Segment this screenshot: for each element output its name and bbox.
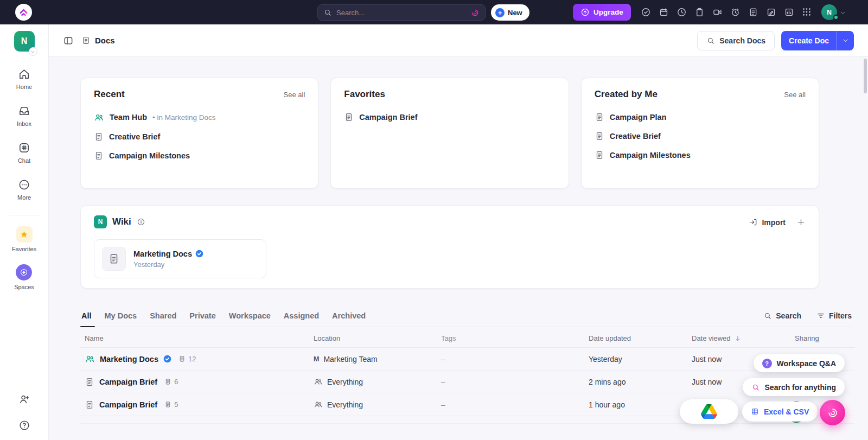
new-button[interactable]: + New [491,4,529,21]
sidebar-item-spaces[interactable]: Spaces [14,264,34,290]
add-wiki-button[interactable] [796,218,806,227]
global-search-input[interactable] [336,9,466,17]
page-title: Docs [81,36,115,45]
apps-grid-icon[interactable] [801,7,812,20]
column-header-sharing[interactable]: Sharing [795,334,854,342]
search-icon [706,36,715,45]
doc-count: 6 [174,378,178,386]
clickup-logo-icon[interactable] [15,4,32,21]
create-doc-chevron-icon[interactable] [837,31,854,50]
import-button[interactable]: Import [749,218,786,227]
sidebar-item-favorites[interactable]: Favorites [12,226,36,252]
notepad-icon[interactable] [748,7,758,18]
table-row[interactable]: Marketing Docs 12 M Marketing Team – Yes… [80,348,854,371]
table-row[interactable]: Campaign Brief 6 Everything – 2 mins ago… [80,371,854,393]
sidebar-toggle-icon[interactable] [63,35,74,46]
tab-assigned[interactable]: Assigned [277,311,326,327]
doc-icon [94,151,104,161]
search-anything-label: Search for anything [765,383,836,392]
upgrade-button-label: Upgrade [593,8,623,16]
doc-list-item[interactable]: Creative Brief [94,127,305,146]
workspace-initial: N [21,36,28,46]
topbar: + New Upgrade N [0,0,868,24]
create-doc-button[interactable]: Create Doc [781,31,854,50]
doc-list-item[interactable]: Campaign Plan [595,107,806,126]
verified-badge-icon [163,355,171,363]
page-header: Docs Search Docs Create Doc [49,24,868,57]
doc-list-item[interactable]: Campaign Brief [344,107,555,126]
invite-user-icon[interactable] [18,393,30,405]
global-search[interactable] [317,4,486,21]
wiki-section: N Wiki Import Marketing Docs Yesterd [80,205,819,289]
tab-private[interactable]: Private [183,311,222,327]
wiki-doc-tile[interactable]: Marketing Docs Yesterday [94,239,266,278]
row-doc-name: Marketing Docs [100,355,158,364]
ai-assistant-button[interactable] [820,400,845,425]
workspace-chevron-down-icon[interactable] [29,47,37,56]
search-docs-button[interactable]: Search Docs [697,31,775,50]
info-icon[interactable] [137,218,145,226]
clock-icon[interactable] [676,7,687,18]
excel-csv-pill[interactable]: Excel & CSV [742,401,818,422]
inbox-icon [18,105,30,117]
tab-my-docs[interactable]: My Docs [98,311,144,327]
column-header-date-viewed[interactable]: Date viewed [692,334,795,342]
tab-shared[interactable]: Shared [143,311,183,327]
workspace-qa-pill[interactable]: ? Workspace Q&A [754,354,845,372]
column-header-location[interactable]: Location [314,334,441,342]
tab-workspace[interactable]: Workspace [222,311,277,327]
column-header-tags[interactable]: Tags [441,334,589,342]
ai-swirl-icon[interactable] [470,8,480,17]
table-header-row: Name Location Tags Date updated Date vie… [80,329,854,348]
sort-desc-icon[interactable] [734,335,742,342]
alarm-clock-icon[interactable] [730,7,741,18]
dashboard-chart-icon[interactable] [783,7,794,18]
tab-archived[interactable]: Archived [326,311,372,327]
column-header-date-updated[interactable]: Date updated [589,334,692,342]
sidebar-divider [9,215,40,215]
see-all-link[interactable]: See all [784,91,806,99]
doc-list-item[interactable]: Campaign Milestones [94,146,305,165]
avatar-chevron-down-icon[interactable] [840,10,846,16]
clipboard-icon[interactable] [694,7,705,18]
table-tail [80,416,854,424]
google-drive-pill[interactable] [680,399,738,424]
clickup-logo-mark [18,7,29,17]
sidebar-item-chat[interactable]: Chat [18,142,30,164]
upgrade-button[interactable]: Upgrade [573,4,631,21]
sidebar-item-more[interactable]: More [17,178,31,201]
search-anything-pill[interactable]: Search for anything [743,378,845,396]
doc-item-label: Creative Brief [610,132,661,141]
card-title: Favorites [344,89,385,100]
see-all-link[interactable]: See all [284,91,305,99]
people-icon [94,112,104,123]
workspace-avatar[interactable]: N [14,31,35,52]
wiki-doc-subtitle: Yesterday [133,260,203,269]
doc-list-item[interactable]: Creative Brief [595,126,806,145]
doc-icon [595,131,604,141]
favorites-card: Favorites Campaign Brief [330,78,569,189]
table-row[interactable]: Campaign Brief 5 Everything – 1 hour ago [80,393,854,416]
doc-list-item[interactable]: Campaign Milestones [595,145,806,164]
doc-list-item[interactable]: Team Hub • in Marketing Docs [94,107,305,127]
table-search-button[interactable]: Search [763,311,801,320]
search-icon [763,311,772,320]
location-label: Everything [327,378,363,386]
calendar-icon[interactable] [658,7,669,18]
doc-icon [85,400,94,410]
ai-swirl-icon [827,407,839,419]
scrollbar[interactable] [864,59,867,93]
column-header-name[interactable]: Name [80,334,314,342]
sidebar-item-home[interactable]: Home [16,68,32,90]
whiteboard-edit-icon[interactable] [765,7,776,18]
doc-count: 5 [174,400,178,409]
help-icon[interactable] [18,419,30,431]
check-circle-icon[interactable] [640,7,651,18]
tab-all[interactable]: All [80,311,98,327]
date-updated-cell: 2 mins ago [589,378,692,386]
doc-icon [344,112,354,122]
sidebar-item-inbox[interactable]: Inbox [17,105,31,127]
card-title: Recent [94,89,125,100]
filters-button[interactable]: Filters [816,311,852,320]
video-icon[interactable] [712,7,723,18]
